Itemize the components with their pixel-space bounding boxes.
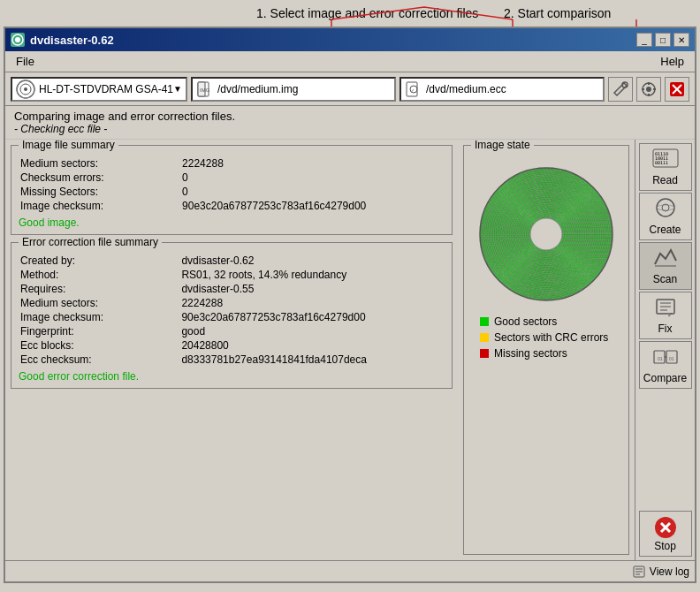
main-content: Image file summary Medium sectors:222428… xyxy=(5,140,695,560)
row-label: Medium sectors: xyxy=(19,296,179,310)
table-row: Method:RS01, 32 roots, 14.3% redundancy xyxy=(19,268,445,282)
disc-canvas xyxy=(476,163,617,305)
row-label: Checksum errors: xyxy=(19,171,180,185)
row-label: Created by: xyxy=(19,254,179,268)
toolbar: HL-DT-STDVDRAM GSA-41 ▼ IMG /dvd/medium.… xyxy=(5,72,695,106)
img-file-path: /dvd/medium.img xyxy=(217,83,298,95)
table-row: Ecc blocks:20428800 xyxy=(19,338,445,353)
left-panel: Image file summary Medium sectors:222428… xyxy=(5,140,458,560)
legend: Good sectors Sectors with CRC errors Mis… xyxy=(471,315,621,363)
legend-label: Good sectors xyxy=(494,315,557,328)
fix-label: Fix xyxy=(658,323,673,335)
svg-text:01: 01 xyxy=(658,356,663,361)
drive-label: HL-DT-STDVDRAM GSA-41 xyxy=(39,83,173,95)
image-summary-title: Image file summary xyxy=(19,140,118,151)
img-file-icon: IMG xyxy=(196,80,214,98)
image-state-box: Image state Good sectors Sectors with CR… xyxy=(463,145,629,555)
svg-point-31 xyxy=(657,205,674,210)
row-label: Image checksum: xyxy=(19,310,179,324)
read-label: Read xyxy=(652,174,678,186)
minimize-button[interactable]: _ xyxy=(636,33,652,47)
stop-button[interactable]: Stop xyxy=(639,511,692,557)
ecc-summary-section: Error correction file summary Created by… xyxy=(11,242,453,389)
ecc-good-text: Good error correction file. xyxy=(19,370,445,383)
exit-button[interactable] xyxy=(665,77,689,102)
svg-point-16 xyxy=(646,87,651,92)
table-row: Created by:dvdisaster-0.62 xyxy=(19,254,445,268)
view-log-button[interactable]: View log xyxy=(632,565,689,579)
fix-button[interactable]: ✓ Fix xyxy=(639,292,692,339)
row-label: Ecc checksum: xyxy=(19,353,179,367)
row-label: Missing Sectors: xyxy=(19,185,180,199)
ecc-summary-title: Error correction file summary xyxy=(19,236,162,248)
stop-label: Stop xyxy=(654,540,676,552)
disc-visualization xyxy=(476,163,617,305)
create-label: Create xyxy=(649,224,681,236)
scan-button[interactable]: Scan xyxy=(639,242,692,290)
ecc-summary-table: Created by:dvdisaster-0.62Method:RS01, 3… xyxy=(19,254,445,367)
row-value: dvdisaster-0.62 xyxy=(179,254,445,268)
table-row: Image checksum:90e3c20a67877253c783af16c… xyxy=(19,199,445,213)
table-row: Requires:dvdisaster-0.55 xyxy=(19,282,445,296)
app-icon xyxy=(11,33,25,47)
main-window: dvdisaster-0.62 _ □ ✕ File Help HL-DT-ST… xyxy=(4,27,696,583)
scan-icon xyxy=(651,247,680,271)
table-row: Image checksum:90e3c20a67877253c783af16c… xyxy=(19,310,445,324)
menu-file[interactable]: File xyxy=(9,53,42,70)
svg-point-7 xyxy=(24,87,27,91)
drive-dropdown-arrow: ▼ xyxy=(173,84,182,94)
table-row: Medium sectors:2224288 xyxy=(19,156,445,171)
legend-item: Missing sectors xyxy=(480,347,621,360)
row-label: Image checksum: xyxy=(19,199,180,213)
window-title: dvdisaster-0.62 xyxy=(30,34,636,47)
svg-text:✓: ✓ xyxy=(667,311,673,319)
menu-help[interactable]: Help xyxy=(653,53,691,70)
legend-label: Sectors with CRC errors xyxy=(494,331,608,344)
scan-label: Scan xyxy=(653,273,677,285)
legend-item: Sectors with CRC errors xyxy=(480,331,621,344)
svg-text:✓: ✓ xyxy=(411,87,415,93)
row-value: 20428800 xyxy=(179,338,445,353)
status-area: Comparing image and error correction fil… xyxy=(5,106,695,140)
drive-icon xyxy=(16,80,35,99)
row-value: 90e3c20a67877253c783af16c4279d00 xyxy=(180,199,445,213)
compare-icon: 01 01 xyxy=(651,345,680,370)
read-icon: 01110 10011 00111 xyxy=(651,148,680,172)
row-value: 0 xyxy=(180,185,445,199)
img-file-field[interactable]: IMG /dvd/medium.img xyxy=(191,77,396,102)
window-controls: _ □ ✕ xyxy=(636,33,689,47)
svg-text:00111: 00111 xyxy=(655,160,668,165)
image-good-text: Good image. xyxy=(19,216,445,229)
restore-button[interactable]: □ xyxy=(655,33,671,47)
status-line2: - Checking ecc file - xyxy=(14,123,686,135)
titlebar: dvdisaster-0.62 _ □ ✕ xyxy=(5,28,695,51)
row-label: Fingerprint: xyxy=(19,324,179,338)
legend-color xyxy=(480,317,489,326)
drive-selector[interactable]: HL-DT-STDVDRAM GSA-41 ▼ xyxy=(11,77,187,102)
tools-button[interactable] xyxy=(608,77,633,102)
create-button[interactable]: Create xyxy=(639,193,692,240)
ecc-file-field[interactable]: ✓ /dvd/medium.ecc xyxy=(399,77,605,102)
legend-color xyxy=(480,333,489,342)
compare-button[interactable]: 01 01 Compare xyxy=(639,341,692,389)
sidebar: 01110 10011 00111 Read Create xyxy=(635,140,695,560)
close-button[interactable]: ✕ xyxy=(673,33,689,47)
image-summary-table: Medium sectors:2224288Checksum errors:0M… xyxy=(19,156,445,213)
table-row: Checksum errors:0 xyxy=(19,171,445,185)
read-button[interactable]: 01110 10011 00111 Read xyxy=(639,143,692,191)
ecc-file-icon: ✓ xyxy=(405,80,422,98)
row-label: Ecc blocks: xyxy=(19,338,179,353)
row-value: dvdisaster-0.55 xyxy=(179,282,445,296)
preferences-button[interactable] xyxy=(636,77,661,102)
fix-icon: ✓ xyxy=(651,296,680,321)
bottom-bar: View log xyxy=(5,560,695,581)
svg-point-4 xyxy=(15,37,20,42)
svg-text:01: 01 xyxy=(669,356,674,361)
create-icon xyxy=(651,197,680,222)
step2-annotation: 2. Start comparison xyxy=(504,6,611,20)
stop-icon xyxy=(651,515,680,540)
image-state-title: Image state xyxy=(471,140,534,151)
table-row: Fingerprint:good xyxy=(19,324,445,338)
view-log-label: View log xyxy=(650,565,689,578)
row-value: 0 xyxy=(180,171,445,185)
